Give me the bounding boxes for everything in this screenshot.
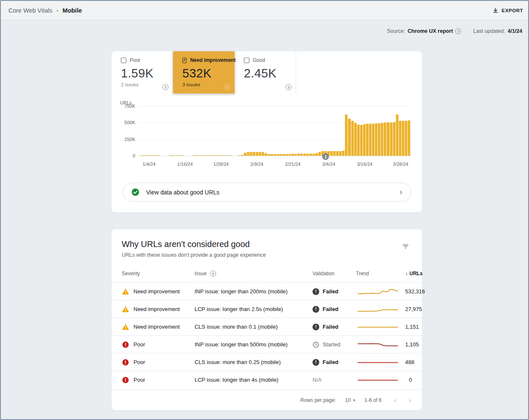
chart-x-labels: 1 1/4/241/16/241/28/242/9/242/21/243/4/2… bbox=[139, 156, 411, 171]
help-icon[interactable]: ? bbox=[286, 84, 291, 90]
chip-value: 532K bbox=[182, 66, 229, 80]
chip-poor-header: Poor bbox=[121, 57, 167, 63]
chart-bar[interactable] bbox=[345, 114, 347, 156]
chart-bar[interactable] bbox=[336, 151, 339, 156]
chart-bar[interactable] bbox=[369, 124, 371, 156]
chip-good[interactable]: Good 2.45K ? bbox=[235, 51, 296, 93]
chart-bar[interactable] bbox=[372, 124, 374, 156]
chip-need-improvement[interactable]: Need improvement 532K 3 issues ? bbox=[173, 51, 235, 93]
filter-button[interactable] bbox=[399, 240, 412, 254]
poor-checkbox[interactable] bbox=[121, 58, 126, 63]
chip-poor[interactable]: Poor 1.59K 2 issues ? bbox=[112, 51, 173, 93]
issues-subtitle: URLs with these issues don't provide a g… bbox=[122, 252, 266, 258]
table-row[interactable]: Need improvement LCP issue: longer than … bbox=[112, 300, 422, 318]
issue-help-icon[interactable]: ? bbox=[210, 271, 216, 276]
chart-bar[interactable] bbox=[357, 125, 360, 156]
chart-bar[interactable] bbox=[363, 124, 366, 156]
chart-bar[interactable] bbox=[259, 152, 261, 156]
trend-sparkline bbox=[356, 304, 400, 314]
help-icon[interactable]: ? bbox=[224, 84, 230, 90]
breadcrumb-core-web-vitals[interactable]: Core Web Vitals bbox=[8, 7, 52, 14]
good-urls-banner[interactable]: View data about good URLs › bbox=[123, 183, 411, 202]
chart-bar[interactable] bbox=[318, 152, 321, 156]
rows-per-page-select[interactable]: 10 ▾ bbox=[345, 397, 355, 403]
severity-cell: Need improvement bbox=[122, 288, 195, 295]
chart-bar[interactable] bbox=[393, 122, 395, 156]
table-row[interactable]: Need improvement INP issue: longer than … bbox=[112, 282, 422, 300]
y-tick-label: 0 bbox=[133, 153, 135, 158]
chart-bar[interactable] bbox=[244, 153, 246, 156]
plot-area bbox=[139, 106, 411, 156]
x-tick-label: 1/4/24 bbox=[143, 162, 156, 167]
page-body: Source: Chrome UX report ? Last updated:… bbox=[1, 20, 528, 419]
chart-bar[interactable] bbox=[247, 152, 249, 156]
urls-cell: 27,975 bbox=[405, 306, 422, 312]
good-checkbox[interactable] bbox=[244, 58, 249, 63]
chart-bar[interactable] bbox=[256, 152, 258, 156]
issue-cell: CLS issue: more than 0.25 (mobile) bbox=[195, 359, 313, 365]
col-trend[interactable]: Trend bbox=[356, 271, 405, 276]
severity-label: Poor bbox=[134, 341, 145, 348]
chart-bar[interactable] bbox=[250, 152, 252, 156]
trend-sparkline bbox=[356, 322, 400, 332]
need-improvement-checkbox[interactable] bbox=[182, 58, 187, 63]
chart-bar[interactable] bbox=[360, 125, 363, 156]
chart-bar[interactable] bbox=[387, 122, 389, 156]
chart-bar[interactable] bbox=[354, 123, 357, 156]
chart-bar[interactable] bbox=[405, 121, 407, 156]
chart-bar[interactable] bbox=[381, 123, 383, 156]
issue-cell: INP issue: longer than 200ms (mobile) bbox=[195, 288, 313, 295]
chart-bar[interactable] bbox=[253, 152, 255, 156]
issues-card: Why URLs aren't considered good URLs wit… bbox=[112, 229, 422, 410]
issues-card-header: Why URLs aren't considered good URLs wit… bbox=[112, 239, 422, 258]
chart-bar[interactable] bbox=[390, 122, 393, 156]
chart-bar[interactable] bbox=[399, 121, 401, 156]
y-tick-label: 750K bbox=[124, 104, 135, 109]
chart-bar[interactable] bbox=[330, 151, 333, 156]
export-button[interactable]: EXPORT bbox=[492, 5, 524, 16]
chart-bar[interactable] bbox=[408, 120, 410, 156]
chart-bar[interactable] bbox=[402, 121, 404, 156]
breadcrumb-mobile: Mobile bbox=[63, 7, 82, 14]
y-tick-label: 250K bbox=[124, 137, 135, 142]
chart-bar[interactable] bbox=[348, 119, 350, 156]
chart-bar[interactable] bbox=[262, 152, 264, 156]
next-page-button[interactable]: › bbox=[409, 396, 411, 404]
topbar: Core Web Vitals › Mobile EXPORT bbox=[1, 1, 528, 20]
col-urls-label: URLs bbox=[409, 271, 422, 276]
chip-good-header: Good bbox=[244, 57, 290, 63]
export-label: EXPORT bbox=[502, 8, 523, 13]
chart-bar[interactable] bbox=[351, 121, 354, 156]
col-urls[interactable]: ↓ URLs bbox=[405, 271, 422, 276]
chart-bar[interactable] bbox=[396, 114, 398, 156]
prev-page-button[interactable]: ‹ bbox=[394, 396, 396, 404]
chip-issues bbox=[244, 82, 290, 88]
chart-bar[interactable] bbox=[339, 151, 342, 156]
help-icon[interactable]: ? bbox=[163, 84, 168, 90]
urls-cell: 1,105 bbox=[405, 341, 419, 348]
x-tick-label: 1/16/24 bbox=[177, 162, 193, 167]
chart-bar[interactable] bbox=[342, 151, 345, 156]
table-row[interactable]: Need improvement CLS issue: more than 0.… bbox=[112, 318, 422, 335]
table-row[interactable]: Poor CLS issue: more than 0.25 (mobile) … bbox=[112, 353, 422, 371]
x-tick-label: 3/16/24 bbox=[357, 162, 372, 167]
warning-triangle-icon bbox=[122, 323, 129, 331]
chart-bar[interactable] bbox=[366, 124, 369, 156]
rows-per-page-label: Rows per page: bbox=[300, 397, 336, 403]
chart-bar[interactable] bbox=[378, 123, 380, 156]
filter-icon bbox=[402, 243, 409, 250]
col-validation[interactable]: Validation bbox=[313, 271, 356, 276]
col-severity[interactable]: Severity bbox=[122, 271, 195, 276]
col-issue[interactable]: Issue ? bbox=[195, 271, 313, 276]
chart-bar[interactable] bbox=[375, 123, 377, 156]
table-row[interactable]: Poor INP issue: longer than 500ms (mobil… bbox=[112, 335, 422, 353]
validation-label: Started bbox=[323, 341, 340, 348]
chart-bar[interactable] bbox=[333, 151, 336, 156]
col-issue-label: Issue bbox=[195, 271, 207, 276]
table-row[interactable]: Poor LCP issue: longer than 4s (mobile) … bbox=[112, 371, 422, 388]
severity-label: Poor bbox=[134, 377, 145, 383]
warning-triangle-icon bbox=[122, 288, 129, 295]
chart-annotation-marker[interactable]: 1 bbox=[322, 153, 329, 160]
source-help-icon[interactable]: ? bbox=[455, 28, 461, 34]
chart-bar[interactable] bbox=[384, 122, 386, 156]
